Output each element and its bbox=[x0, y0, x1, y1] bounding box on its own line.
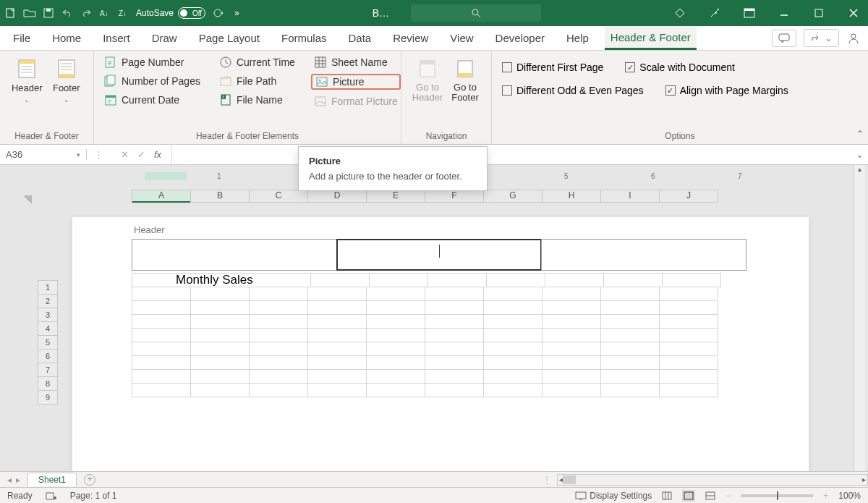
row-header-8[interactable]: 8 bbox=[38, 376, 58, 391]
undo-icon[interactable] bbox=[61, 7, 74, 20]
ribbon-mode-icon[interactable] bbox=[739, 3, 760, 23]
expand-formula-bar-icon[interactable]: ⌄ bbox=[856, 149, 864, 160]
tab-file[interactable]: File bbox=[7, 26, 36, 50]
horizontal-scrollbar[interactable]: ◂▸ bbox=[557, 474, 868, 486]
file-path-button[interactable]: File Path bbox=[216, 74, 298, 88]
maximize-button[interactable] bbox=[809, 3, 829, 23]
footer-button[interactable]: Footer ⌄ bbox=[47, 54, 87, 131]
tooltip-title: Picture bbox=[309, 156, 477, 166]
tab-header-footer[interactable]: Header & Footer bbox=[605, 26, 697, 50]
comments-button[interactable] bbox=[772, 30, 796, 47]
wand-icon[interactable] bbox=[705, 3, 725, 23]
svg-rect-57 bbox=[576, 492, 586, 499]
align-margins-checkbox[interactable]: ✓Align with Page Margins bbox=[663, 84, 791, 97]
row-header-2[interactable]: 2 bbox=[38, 294, 58, 308]
tab-formulas[interactable]: Formulas bbox=[276, 26, 333, 50]
qat-more[interactable]: » bbox=[230, 8, 244, 18]
tab-view[interactable]: View bbox=[444, 26, 479, 50]
enter-formula-icon[interactable]: ✓ bbox=[137, 149, 145, 160]
sheet-name-button[interactable]: Sheet Name bbox=[311, 55, 401, 69]
col-header-e[interactable]: E bbox=[366, 190, 425, 203]
current-date-button[interactable]: 7Current Date bbox=[101, 93, 203, 107]
header-right-section[interactable] bbox=[541, 239, 746, 271]
svg-rect-55 bbox=[46, 493, 54, 499]
fx-icon[interactable]: fx bbox=[154, 149, 161, 160]
col-header-a[interactable]: A bbox=[132, 190, 191, 203]
add-sheet-button[interactable]: + bbox=[84, 474, 95, 486]
row-header-1[interactable]: 1 bbox=[38, 280, 58, 295]
sort-desc-icon[interactable]: Z↓ bbox=[117, 7, 130, 20]
diff-first-page-checkbox[interactable]: Different First Page bbox=[499, 61, 606, 74]
share-button[interactable]: ⌄ bbox=[804, 29, 839, 47]
zoom-slider[interactable] bbox=[741, 494, 813, 497]
row-header-9[interactable]: 9 bbox=[38, 390, 58, 405]
svg-rect-50 bbox=[315, 97, 326, 106]
collapse-ribbon-icon[interactable]: ⌃ bbox=[856, 129, 864, 139]
scale-with-doc-checkbox[interactable]: ✓Scale with Document bbox=[622, 61, 738, 74]
sheet-nav-next[interactable]: ▸ bbox=[16, 475, 20, 485]
row-header-4[interactable]: 4 bbox=[38, 321, 58, 336]
macro-record-icon[interactable] bbox=[46, 491, 57, 501]
select-all-triangle[interactable] bbox=[23, 195, 32, 204]
new-file-icon[interactable] bbox=[4, 7, 17, 20]
save-icon[interactable] bbox=[42, 7, 55, 20]
svg-rect-34 bbox=[106, 96, 116, 98]
zoom-out-button[interactable]: − bbox=[726, 491, 731, 501]
account-icon[interactable] bbox=[846, 31, 861, 46]
row-header-7[interactable]: 7 bbox=[38, 363, 58, 377]
current-time-button[interactable]: Current Time bbox=[216, 55, 298, 69]
col-header-d[interactable]: D bbox=[307, 190, 367, 203]
file-name-button[interactable]: XFile Name bbox=[216, 93, 298, 107]
row-header-3[interactable]: 3 bbox=[38, 308, 58, 322]
sheet-tab-sheet1[interactable]: Sheet1 bbox=[27, 473, 77, 486]
display-settings-button[interactable]: Display Settings bbox=[575, 491, 652, 501]
tab-home[interactable]: Home bbox=[46, 26, 87, 50]
close-button[interactable] bbox=[843, 3, 864, 23]
redo-icon[interactable] bbox=[80, 7, 93, 20]
group-label-elements: Header & Footer Elements bbox=[101, 131, 393, 143]
tab-page-layout[interactable]: Page Layout bbox=[193, 26, 265, 50]
col-header-j[interactable]: J bbox=[659, 190, 718, 203]
tab-developer[interactable]: Developer bbox=[490, 26, 550, 50]
sheet-nav-prev[interactable]: ◂ bbox=[7, 475, 12, 485]
tab-draw[interactable]: Draw bbox=[146, 26, 183, 50]
goto-footer-button[interactable]: Go to Footer bbox=[446, 54, 484, 131]
diff-odd-even-checkbox[interactable]: Different Odd & Even Pages bbox=[499, 84, 647, 97]
col-header-g[interactable]: G bbox=[483, 190, 542, 203]
tab-help[interactable]: Help bbox=[561, 26, 595, 50]
col-header-h[interactable]: H bbox=[542, 190, 601, 203]
tab-review[interactable]: Review bbox=[387, 26, 434, 50]
cell-a1[interactable]: Monthly Sales bbox=[132, 273, 311, 287]
picture-button[interactable]: Picture bbox=[311, 74, 401, 90]
tab-insert[interactable]: Insert bbox=[97, 26, 136, 50]
col-header-f[interactable]: F bbox=[425, 190, 484, 203]
row-header-5[interactable]: 5 bbox=[38, 335, 58, 350]
tab-data[interactable]: Data bbox=[342, 26, 377, 50]
view-normal-icon[interactable] bbox=[662, 491, 672, 500]
header-button[interactable]: Header ⌄ bbox=[7, 54, 47, 131]
view-page-layout-icon[interactable] bbox=[682, 490, 695, 502]
svg-rect-25 bbox=[59, 74, 75, 77]
row-header-6[interactable]: 6 bbox=[38, 349, 58, 363]
col-header-c[interactable]: C bbox=[249, 190, 308, 203]
header-center-section[interactable] bbox=[336, 239, 542, 271]
header-left-section[interactable] bbox=[132, 239, 337, 271]
repeat-icon[interactable] bbox=[211, 7, 224, 20]
minimize-button[interactable] bbox=[774, 3, 794, 23]
zoom-level[interactable]: 100% bbox=[838, 491, 861, 501]
view-page-break-icon[interactable] bbox=[705, 491, 715, 500]
name-box[interactable]: A36▾ bbox=[0, 149, 87, 160]
search-box[interactable] bbox=[411, 4, 541, 22]
diamond-icon[interactable] bbox=[670, 3, 690, 23]
sort-asc-icon[interactable]: A↓ bbox=[98, 7, 111, 20]
cancel-formula-icon[interactable]: ✕ bbox=[121, 149, 129, 160]
autosave-toggle[interactable]: AutoSave Off bbox=[136, 7, 205, 19]
vertical-scrollbar[interactable]: ▴ bbox=[854, 165, 865, 471]
goto-header-button: Go to Header bbox=[409, 54, 446, 131]
page-number-button[interactable]: #Page Number bbox=[101, 55, 203, 69]
open-file-icon[interactable] bbox=[23, 7, 36, 20]
number-of-pages-button[interactable]: Number of Pages bbox=[101, 74, 203, 88]
zoom-in-button[interactable]: + bbox=[823, 491, 828, 501]
col-header-b[interactable]: B bbox=[190, 190, 250, 203]
col-header-i[interactable]: I bbox=[600, 190, 660, 203]
